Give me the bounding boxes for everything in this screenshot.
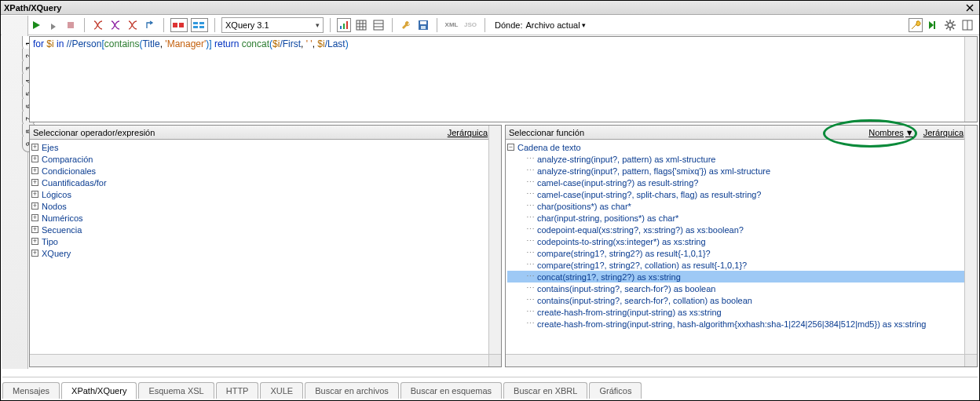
where-label: Dónde: xyxy=(495,20,522,30)
operator-category[interactable]: +Tipo xyxy=(31,235,499,247)
svg-rect-4 xyxy=(68,22,74,28)
operators-tree[interactable]: +Ejes+Comparación+Condicionales+Cuantifi… xyxy=(30,140,501,366)
bottom-tab[interactable]: XPath/XQuery xyxy=(61,382,137,399)
separator xyxy=(392,18,393,32)
scrollbar-vertical[interactable] xyxy=(964,37,977,122)
bottom-tab[interactable]: XULE xyxy=(260,382,303,399)
function-item[interactable]: ⋯codepoint-equal(xs:string?, xs:string?)… xyxy=(507,224,975,235)
function-item[interactable]: ⋯compare(string1?, string2?) as result{-… xyxy=(507,247,975,259)
bottom-tabs: MensajesXPath/XQueryEsquema XSLHTTPXULEB… xyxy=(2,377,978,399)
eval-update-icon[interactable] xyxy=(126,18,140,32)
expand-icon[interactable]: + xyxy=(31,250,38,257)
function-item[interactable]: ⋯char(positions*) as char* xyxy=(507,200,975,212)
operator-category[interactable]: +Ejes xyxy=(31,141,499,153)
functions-pane: Seleccionar función Nombres ▼ Jerárquica… xyxy=(505,125,978,367)
bottom-tab[interactable]: HTTP xyxy=(216,382,259,399)
xml-icon[interactable]: XML xyxy=(444,18,459,32)
bottom-tab[interactable]: Buscar en archivos xyxy=(305,382,399,399)
expand-icon[interactable]: + xyxy=(31,191,38,198)
svg-marker-3 xyxy=(51,24,56,30)
expand-icon[interactable]: + xyxy=(31,144,38,151)
svg-rect-6 xyxy=(179,23,184,27)
bottom-tab[interactable]: Buscar en esquemas xyxy=(400,382,502,399)
bottom-tab[interactable]: Buscar en XBRL xyxy=(503,382,587,399)
chart-icon[interactable] xyxy=(337,18,351,32)
function-item[interactable]: ⋯camel-case(input-string?, split-chars, … xyxy=(507,188,975,200)
eval-xpath-icon[interactable] xyxy=(91,18,105,32)
functions-tree[interactable]: −Cadena de texto⋯analyze-string(input?, … xyxy=(506,140,977,366)
function-item[interactable]: ⋯analyze-string(input?, pattern) as xml-… xyxy=(507,153,975,165)
mode-b-icon[interactable] xyxy=(191,18,208,32)
run-split-icon[interactable] xyxy=(46,18,60,32)
function-item[interactable]: ⋯camel-case(input-string?) as result-str… xyxy=(507,177,975,188)
operators-header-label: Seleccionar operador/expresión xyxy=(33,128,155,137)
separator xyxy=(163,18,164,32)
expand-icon[interactable]: + xyxy=(31,155,38,162)
function-item[interactable]: ⋯char(input-string, positions*) as char* xyxy=(507,212,975,224)
operator-category[interactable]: +XQuery xyxy=(31,247,499,259)
scrollbar-horizontal[interactable] xyxy=(30,354,488,366)
function-item[interactable]: ⋯compare(string1?, string2?, collation) … xyxy=(507,259,975,271)
separator xyxy=(84,18,85,32)
language-select[interactable]: XQuery 3.1 xyxy=(221,17,324,33)
toolbar: XQuery 3.1 XML JSO Dónde: Archivo actual… xyxy=(1,15,979,35)
stop-icon[interactable] xyxy=(64,18,78,32)
functions-header-label: Seleccionar función xyxy=(509,128,584,137)
bottom-tab[interactable]: Gráficos xyxy=(589,382,642,399)
function-item[interactable]: ⋯create-hash-from-string(input-string) a… xyxy=(507,306,975,318)
expand-icon[interactable]: + xyxy=(31,214,38,221)
svg-rect-11 xyxy=(340,26,342,29)
operator-category[interactable]: +Comparación xyxy=(31,153,499,165)
step-icon[interactable] xyxy=(143,18,157,32)
collapse-icon[interactable]: − xyxy=(507,144,514,151)
separator xyxy=(437,18,437,32)
svg-marker-2 xyxy=(33,21,40,29)
save-icon[interactable] xyxy=(416,18,430,32)
scrollbar-horizontal[interactable] xyxy=(506,354,964,366)
function-item[interactable]: ⋯codepoints-to-string(xs:integer*) as xs… xyxy=(507,235,975,247)
svg-line-32 xyxy=(946,21,948,23)
operator-category[interactable]: +Condicionales xyxy=(31,165,499,177)
operator-category[interactable]: +Lógicos xyxy=(31,188,499,200)
svg-rect-9 xyxy=(199,22,204,24)
eval-xquery-icon[interactable] xyxy=(108,18,122,32)
function-item[interactable]: ⋯create-hash-from-string(input-string, h… xyxy=(507,318,975,330)
scrollbar-vertical[interactable] xyxy=(964,126,977,354)
expand-icon[interactable]: + xyxy=(31,202,38,210)
function-category[interactable]: −Cadena de texto xyxy=(507,141,975,153)
list-icon[interactable] xyxy=(371,18,386,32)
function-item[interactable]: ⋯contains(input-string?, search-for?) as… xyxy=(507,283,975,294)
svg-marker-25 xyxy=(929,21,934,29)
operator-category[interactable]: +Numéricos xyxy=(31,212,499,224)
json-icon[interactable]: JSO xyxy=(463,18,478,32)
close-icon[interactable] xyxy=(964,2,976,14)
svg-rect-8 xyxy=(193,26,198,28)
expand-icon[interactable]: + xyxy=(31,226,38,233)
operator-category[interactable]: +Cuantificadas/for xyxy=(31,177,499,188)
svg-line-34 xyxy=(953,21,954,23)
expand-icon[interactable]: + xyxy=(31,167,38,174)
bottom-tab[interactable]: Mensajes xyxy=(2,382,60,399)
expand-icon[interactable]: + xyxy=(31,238,38,245)
run-icon[interactable] xyxy=(29,18,43,32)
where-value-dropdown[interactable]: Archivo actual ▾ xyxy=(525,20,585,30)
bottom-tab[interactable]: Esquema XSL xyxy=(138,382,214,399)
expression-editor[interactable]: for $i in //Person[contains(Title, 'Mana… xyxy=(29,36,978,122)
scrollbar-vertical[interactable] xyxy=(488,126,501,354)
grid-icon[interactable] xyxy=(354,18,368,32)
expand-icon[interactable]: + xyxy=(31,179,38,186)
mode-a-icon[interactable] xyxy=(170,18,188,32)
gear-icon[interactable] xyxy=(943,18,957,32)
run-to-icon[interactable] xyxy=(926,18,940,32)
function-item[interactable]: ⋯contains(input-string?, search-for?, co… xyxy=(507,294,975,306)
functions-sort-dropdown[interactable]: Nombres ▼ xyxy=(868,128,914,137)
panes-icon[interactable] xyxy=(960,18,975,32)
operator-category[interactable]: +Nodos xyxy=(31,200,499,212)
operators-pane: Seleccionar operador/expresión Jerárquic… xyxy=(29,125,502,367)
wrench-icon[interactable] xyxy=(399,18,413,32)
function-item[interactable]: ⋯concat(string1?, string2?) as xs:string xyxy=(507,271,975,283)
builder-icon[interactable] xyxy=(909,18,923,32)
svg-rect-14 xyxy=(357,20,366,30)
operator-category[interactable]: +Secuencia xyxy=(31,224,499,235)
function-item[interactable]: ⋯analyze-string(input?, pattern, flags{'… xyxy=(507,165,975,177)
